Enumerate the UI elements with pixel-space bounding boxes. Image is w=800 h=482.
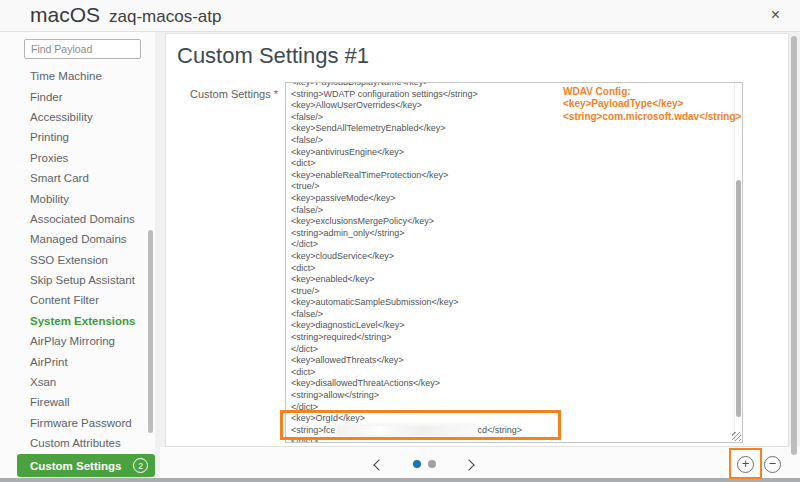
payload-sidebar: Time Machine Finder Accessibility Printi… bbox=[0, 32, 155, 478]
sidebar-item-firmware-password[interactable]: Firmware Password bbox=[0, 413, 155, 433]
sidebar-item-airprint[interactable]: AirPrint bbox=[0, 351, 155, 371]
zoom-out-button[interactable]: − bbox=[764, 456, 781, 473]
xml-line: <key>diagnosticLevel</key> bbox=[291, 320, 742, 332]
sidebar-item-mobility[interactable]: Mobility bbox=[0, 188, 155, 208]
sidebar-item-firewall[interactable]: Firewall bbox=[0, 392, 155, 412]
profile-editor-window: macOS zaq-macos-atp × Time Machine Finde… bbox=[0, 0, 800, 482]
xml-line: <false/> bbox=[291, 205, 742, 217]
footer-strip bbox=[160, 447, 800, 478]
sidebar-scrollbar[interactable] bbox=[148, 230, 153, 433]
page-dot-1[interactable] bbox=[413, 460, 421, 468]
xml-line: <string>required</string> bbox=[291, 332, 742, 344]
xml-line: </dict> bbox=[291, 239, 742, 251]
xml-line: <key>passiveMode</key> bbox=[291, 193, 742, 205]
sidebar-item-time-machine[interactable]: Time Machine bbox=[0, 66, 155, 86]
payload-list: Time Machine Finder Accessibility Printi… bbox=[0, 66, 155, 477]
sidebar-item-proxies[interactable]: Proxies bbox=[0, 148, 155, 168]
custom-settings-field-label: Custom Settings * bbox=[166, 88, 278, 100]
sidebar-item-accessibility[interactable]: Accessibility bbox=[0, 107, 155, 127]
xml-line: <dict> bbox=[291, 263, 742, 275]
xml-line: <key>SendAllTelemetryEnabled</key> bbox=[291, 123, 742, 135]
wdav-annotation: WDAV Config:<key>PayloadType</key><strin… bbox=[563, 86, 741, 123]
sidebar-item-smart-card[interactable]: Smart Card bbox=[0, 168, 155, 188]
xml-content: <key>PayloadDisplayName</key><string>WDA… bbox=[286, 82, 742, 443]
profile-name-label: zaq-macos-atp bbox=[109, 7, 221, 27]
xml-line: <key>allowedThreats</key> bbox=[291, 355, 742, 367]
window-titlebar: macOS zaq-macos-atp × bbox=[0, 0, 800, 32]
close-icon[interactable]: × bbox=[771, 6, 780, 24]
sidebar-item-airplay-mirroring[interactable]: AirPlay Mirroring bbox=[0, 331, 155, 351]
xml-line: <true/> bbox=[291, 286, 742, 298]
orgid-highlight-box bbox=[280, 410, 561, 440]
resize-handle-icon[interactable] bbox=[732, 432, 741, 441]
page-dots bbox=[413, 460, 436, 468]
sidebar-item-associated-domains[interactable]: Associated Domains bbox=[0, 209, 155, 229]
xml-line: <key>cloudService</key> bbox=[291, 251, 742, 263]
payload-count-badge: 2 bbox=[133, 458, 148, 473]
custom-settings-textarea[interactable]: <key>PayloadDisplayName</key><string>WDA… bbox=[285, 82, 743, 443]
sidebar-item-system-extensions[interactable]: System Extensions bbox=[0, 311, 155, 331]
page-title: Custom Settings #1 bbox=[177, 43, 369, 69]
xml-line: <string>allow</string> bbox=[291, 390, 742, 402]
xml-line: <key>enableRealTimeProtection</key> bbox=[291, 170, 742, 182]
xml-line: <key>automaticSampleSubmission</key> bbox=[291, 297, 742, 309]
xml-line: <key>exclusionsMergePolicy</key> bbox=[291, 216, 742, 228]
sidebar-item-custom-attributes[interactable]: Custom Attributes bbox=[0, 433, 155, 453]
xml-line: <key>antivirusEngine</key> bbox=[291, 147, 742, 159]
xml-line: <dict> bbox=[291, 367, 742, 379]
textarea-scroll-track bbox=[734, 83, 735, 442]
xml-line: <false/> bbox=[291, 309, 742, 321]
required-marker: * bbox=[274, 88, 278, 100]
sidebar-item-managed-domains[interactable]: Managed Domains bbox=[0, 229, 155, 249]
platform-label: macOS bbox=[30, 3, 100, 27]
sidebar-item-skip-setup-assistant[interactable]: Skip Setup Assistant bbox=[0, 270, 155, 290]
search-input[interactable] bbox=[24, 39, 141, 59]
sidebar-item-printing[interactable]: Printing bbox=[0, 127, 155, 147]
xml-line: <true/> bbox=[291, 181, 742, 193]
sidebar-item-content-filter[interactable]: Content Filter bbox=[0, 290, 155, 310]
xml-line: <key>enabled</key> bbox=[291, 274, 742, 286]
xml-line: <false/> bbox=[291, 135, 742, 147]
xml-line: <string>admin_only</string> bbox=[291, 228, 742, 240]
bottom-edge-bar bbox=[0, 478, 800, 482]
xml-line: <dict> bbox=[291, 158, 742, 170]
sidebar-item-xsan[interactable]: Xsan bbox=[0, 372, 155, 392]
xml-line: </dict> bbox=[291, 344, 742, 356]
xml-line: <key>disallowedThreatActions</key> bbox=[291, 378, 742, 390]
custom-settings-card: Custom Settings #1 Custom Settings * <ke… bbox=[165, 33, 789, 447]
sidebar-item-finder[interactable]: Finder bbox=[0, 86, 155, 106]
page-scrollbar[interactable] bbox=[791, 36, 797, 455]
page-dot-2[interactable] bbox=[428, 460, 436, 468]
sidebar-item-sso-extension[interactable]: SSO Extension bbox=[0, 250, 155, 270]
textarea-scrollbar[interactable] bbox=[736, 180, 741, 417]
window-title: macOS zaq-macos-atp bbox=[30, 3, 221, 27]
sidebar-item-custom-settings[interactable]: Custom Settings 2 bbox=[17, 454, 155, 477]
zoom-in-highlight-box bbox=[729, 448, 762, 479]
